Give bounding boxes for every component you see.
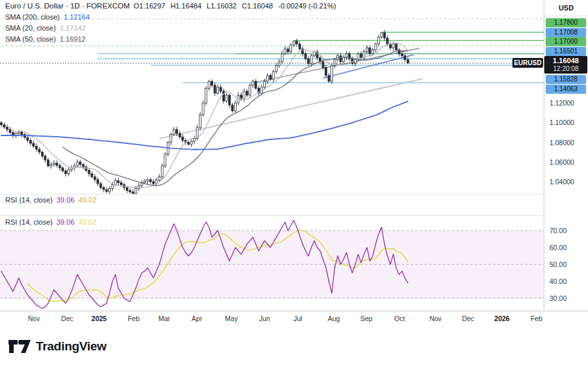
pane-separator[interactable]: [0, 194, 588, 195]
time-axis-label: Nov: [430, 315, 442, 322]
time-axis[interactable]: NovDec2025FebMarAprMayJunJulAugSepOctNov…: [0, 311, 588, 328]
candle-up: [252, 81, 254, 85]
rsi-axis-tick: 70.00: [550, 227, 566, 234]
sma50-legend-row[interactable]: SMA (50, close) 1.16912: [5, 35, 85, 43]
tradingview-logo[interactable]: TradingView: [8, 338, 106, 355]
candle-down: [27, 137, 29, 141]
candle-down: [383, 33, 385, 38]
candle-down: [21, 132, 23, 135]
candle-up: [237, 95, 239, 103]
rsi1-label: RSI (14, close): [5, 196, 53, 204]
candle-down: [33, 143, 35, 147]
candle-down: [404, 56, 406, 60]
candle-down: [94, 176, 96, 180]
candle-down: [88, 171, 90, 174]
candle-up: [18, 132, 20, 134]
main-pane: [0, 19, 544, 197]
candle-up: [293, 41, 295, 45]
tradingview-logo-text: TradingView: [36, 339, 106, 354]
candle-down: [35, 147, 37, 150]
sma50-label: SMA (50, close): [5, 35, 56, 43]
rsi-legend-row-2[interactable]: RSI (14, close) 39.06 49.02: [5, 218, 96, 226]
sma20-legend-row[interactable]: SMA (20, close) 1.17342: [5, 24, 85, 32]
candle-down: [211, 81, 213, 85]
candle-down: [82, 164, 84, 167]
price-axis-tick: 1.10000: [550, 119, 574, 126]
candle-up: [263, 81, 265, 87]
candle-up: [194, 138, 196, 141]
candle-down: [29, 141, 31, 144]
trendline: [159, 79, 422, 139]
candle-down: [117, 180, 119, 182]
candle-down: [62, 168, 64, 171]
candle-down: [80, 162, 81, 165]
candle-up: [234, 103, 236, 111]
bar-countdown: 12:20:08: [544, 65, 587, 73]
price-level-axis-label: 1.17800: [546, 18, 586, 27]
time-axis-label: Nov: [28, 315, 40, 322]
candle-up: [202, 103, 204, 115]
rsi-legend-row-1[interactable]: RSI (14, close) 39.06 49.02: [5, 196, 96, 204]
rsi-axis-tick: 40.00: [550, 277, 566, 285]
candle-up: [111, 184, 113, 188]
time-axis-label: Mar: [158, 315, 170, 322]
chart-plot-svg[interactable]: [0, 0, 588, 328]
price-axis[interactable]: USD 1.16048 12:20:08 1.178001.170081.170…: [544, 0, 588, 311]
candle-down: [246, 91, 248, 95]
price-level-axis-label: 1.17008: [546, 28, 586, 37]
price-axis-tick: 1.06000: [550, 158, 574, 166]
candle-up: [392, 44, 394, 48]
candle-up: [272, 72, 274, 79]
rsi-axis-tick: 50.00: [550, 260, 566, 268]
candle-up: [377, 37, 379, 44]
candle-down: [132, 192, 134, 193]
price-level-axis-label: 1.15828: [546, 75, 586, 84]
current-price-value: 1.16048: [544, 57, 587, 65]
candle-up: [226, 95, 228, 101]
ohlc-open: O1.16297: [134, 2, 165, 10]
candle-down: [387, 38, 389, 44]
candle-up: [155, 180, 157, 184]
candle-up: [68, 170, 70, 174]
sma20-label: SMA (20, close): [5, 24, 56, 32]
candle-up: [275, 66, 277, 72]
candle-down: [389, 44, 391, 48]
current-symbol-chip: EURUSD: [512, 58, 543, 68]
sma50-value: 1.16912: [60, 35, 86, 43]
candle-up: [208, 81, 210, 89]
time-axis-label: Aug: [328, 315, 340, 322]
candle-down: [179, 134, 181, 137]
candle-up: [372, 50, 374, 54]
time-axis-label: 2025: [91, 315, 106, 322]
candle-up: [70, 168, 72, 170]
candle-down: [340, 56, 342, 62]
candle-up: [173, 130, 175, 135]
chart-canvas[interactable]: [0, 0, 588, 328]
candle-up: [76, 162, 78, 166]
candle-down: [360, 54, 362, 58]
axis-currency-label[interactable]: USD: [544, 0, 588, 16]
candle-up: [290, 45, 292, 52]
candle-up: [278, 62, 280, 66]
sma200-line: [1, 102, 408, 150]
candle-up: [381, 33, 383, 37]
rsi2-value: 39.06: [57, 218, 75, 226]
time-axis-label: Sep: [360, 315, 373, 322]
candle-down: [153, 182, 154, 184]
candle-up: [190, 141, 192, 145]
candle-up: [314, 52, 316, 56]
price-axis-tick: 1.12000: [550, 99, 574, 107]
candle-down: [1, 122, 3, 124]
sma200-legend-row[interactable]: SMA (200, close) 1.12164: [5, 13, 90, 21]
sma200-label: SMA (200, close): [5, 13, 60, 21]
candle-down: [100, 184, 102, 188]
candle-up: [217, 87, 219, 93]
candle-up: [284, 49, 286, 54]
candle-up: [50, 164, 52, 165]
symbol-legend-row[interactable]: Euro / U.S. Dollar · 1D · FOREXCOM O1.16…: [5, 2, 336, 10]
candle-down: [369, 48, 371, 54]
candle-down: [103, 188, 105, 190]
ohlc-high: H1.16484: [170, 2, 201, 10]
pane-separator[interactable]: [0, 215, 588, 216]
candle-down: [38, 149, 40, 152]
